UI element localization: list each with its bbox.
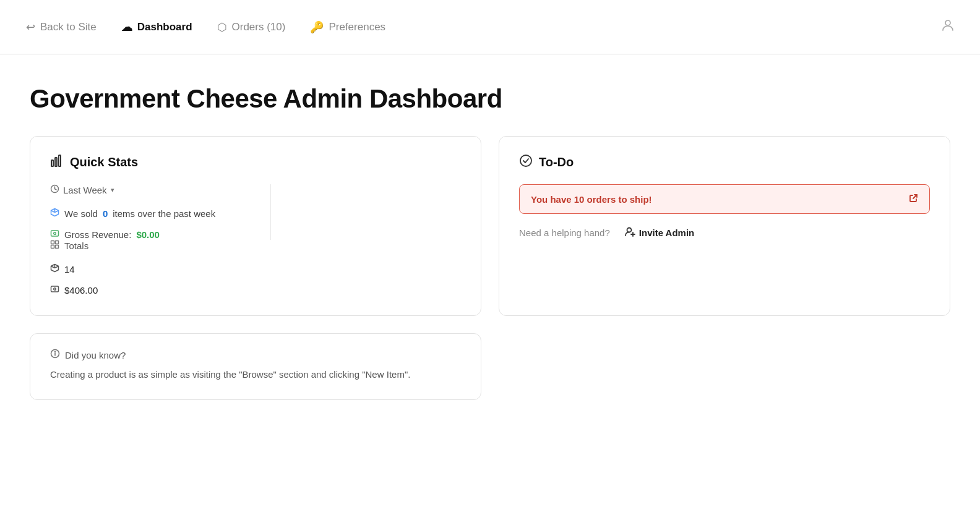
sold-items-row: We sold 0 items over the past week (50, 208, 256, 219)
cube-icon (50, 208, 59, 219)
svg-rect-10 (56, 245, 59, 249)
revenue-label: Gross Revenue: (64, 229, 131, 240)
todo-header: To-Do (519, 154, 930, 171)
preferences-nav-item[interactable]: 🔑 Preferences (309, 17, 387, 38)
top-navigation: ↩ Back to Site ☁ Dashboard ⬡ Orders (10)… (0, 0, 980, 54)
sold-text-suffix: items over the past week (113, 208, 215, 219)
svg-rect-5 (51, 231, 59, 236)
nav-left: ↩ Back to Site ☁ Dashboard ⬡ Orders (10)… (25, 17, 940, 38)
did-you-know-header: Did you know? (50, 349, 461, 361)
svg-rect-11 (51, 286, 59, 292)
did-you-know-card: Did you know? Creating a product is as s… (30, 333, 481, 400)
sold-count-value: 0 (103, 208, 108, 219)
sold-text-prefix: We sold (64, 208, 98, 219)
quick-stats-header: Quick Stats (50, 154, 461, 171)
total-revenue-icon (50, 284, 59, 296)
todo-card: To-Do You have 10 orders to ship! Need a… (499, 136, 950, 316)
clock-icon (50, 184, 59, 195)
todo-title: To-Do (539, 155, 574, 169)
svg-rect-8 (56, 241, 59, 244)
orders-nav-label: Orders (10) (232, 21, 286, 33)
dashboard-nav-item[interactable]: ☁ Dashboard (120, 17, 194, 38)
totals-label: Totals (64, 240, 88, 251)
page-title: Government Cheese Admin Dashboard (30, 84, 950, 114)
total-items-value: 14 (64, 264, 75, 274)
did-you-know-body: Creating a product is as simple as visit… (50, 367, 461, 382)
revenue-icon (50, 229, 59, 240)
info-circle-icon (50, 349, 60, 361)
preferences-nav-label: Preferences (329, 21, 385, 33)
period-selector[interactable]: Last Week ▾ (50, 184, 256, 195)
did-you-know-label: Did you know? (65, 350, 126, 360)
quick-stats-title: Quick Stats (70, 155, 138, 169)
orders-nav-item[interactable]: ⬡ Orders (10) (216, 17, 287, 38)
svg-point-20 (55, 352, 56, 352)
grid-icon (50, 240, 59, 251)
back-arrow-icon: ↩ (26, 20, 35, 34)
add-person-icon (625, 226, 635, 239)
total-items-row: 14 (50, 263, 256, 274)
svg-point-12 (54, 288, 56, 291)
svg-rect-7 (51, 241, 54, 244)
chevron-down-icon: ▾ (111, 186, 114, 194)
stats-vertical-divider (270, 184, 271, 240)
quick-stats-card: Quick Stats Last Week ▾ (30, 136, 481, 316)
gross-revenue-row: Gross Revenue: $0.00 (50, 229, 256, 240)
svg-rect-9 (51, 245, 54, 249)
nav-right (940, 18, 955, 36)
back-to-site-label: Back to Site (40, 21, 97, 33)
period-label: Last Week (63, 185, 107, 195)
svg-point-0 (945, 20, 950, 25)
stats-content: Last Week ▾ We sol (50, 184, 461, 296)
help-row: Need a helping hand? Invite Admin (519, 226, 930, 239)
bottom-cards-row: Did you know? Creating a product is as s… (30, 333, 950, 400)
main-content: Government Cheese Admin Dashboard Quick … (0, 54, 980, 425)
svg-point-15 (627, 228, 631, 232)
invite-admin-label: Invite Admin (639, 227, 694, 238)
alert-message: You have 10 orders to ship! (531, 194, 652, 205)
bottom-right-empty (499, 333, 950, 400)
top-cards-row: Quick Stats Last Week ▾ (30, 136, 950, 316)
checkmark-circle-icon (519, 154, 533, 171)
dashboard-nav-label: Dashboard (137, 21, 192, 33)
revenue-value: $0.00 (136, 229, 160, 240)
external-link-icon (909, 193, 918, 205)
stats-right-column: Totals 14 (50, 240, 256, 296)
invite-admin-button[interactable]: Invite Admin (625, 226, 694, 239)
back-to-site-link[interactable]: ↩ Back to Site (25, 17, 98, 38)
bar-chart-icon (50, 154, 64, 171)
stats-left-column: Last Week ▾ We sol (50, 184, 256, 240)
help-text: Need a helping hand? (519, 227, 610, 238)
total-revenue-value: $406.00 (64, 285, 98, 296)
user-account-icon[interactable] (940, 18, 955, 36)
orders-icon: ⬡ (217, 20, 227, 34)
dashboard-icon: ☁ (121, 20, 132, 34)
totals-header-row: Totals (50, 240, 256, 251)
svg-rect-3 (59, 155, 61, 166)
total-items-icon (50, 263, 59, 274)
svg-rect-1 (51, 160, 53, 166)
total-revenue-row: $406.00 (50, 284, 256, 296)
orders-to-ship-alert[interactable]: You have 10 orders to ship! (519, 184, 930, 214)
preferences-icon: 🔑 (310, 20, 324, 34)
svg-point-13 (520, 155, 531, 166)
svg-point-6 (54, 232, 56, 235)
svg-rect-2 (55, 158, 57, 166)
